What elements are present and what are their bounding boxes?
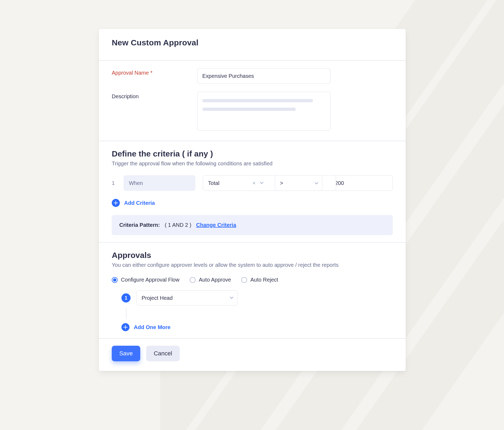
chevron-down-icon[interactable] — [315, 180, 318, 186]
placeholder-line — [202, 99, 313, 102]
criteria-when-label: When — [129, 180, 143, 186]
criteria-operator-value: > — [280, 180, 283, 186]
criteria-pattern-box: Criteria Pattern: ( 1 AND 2 ) Change Cri… — [112, 215, 393, 235]
level-connector — [126, 308, 127, 319]
approver-value: Project Head — [142, 295, 173, 301]
criteria-value-field — [330, 175, 393, 191]
description-textarea[interactable] — [197, 92, 330, 130]
chevron-down-icon[interactable] — [260, 182, 264, 184]
add-approver-row[interactable]: Add One More — [121, 323, 393, 331]
approvals-subtitle: You can either configure approver levels… — [112, 262, 393, 268]
radio-label: Auto Approve — [199, 277, 231, 283]
criteria-subtitle: Trigger the approval flow when the follo… — [112, 161, 393, 167]
radio-label: Configure Approval Flow — [121, 277, 179, 283]
criteria-title: Define the criteria ( if any ) — [112, 149, 393, 158]
approvals-title: Approvals — [112, 251, 393, 260]
approver-select[interactable]: Project Head — [136, 290, 237, 305]
basic-fields-section: Approval Name * Description — [99, 61, 406, 141]
chevron-down-icon[interactable] — [230, 297, 233, 299]
criteria-value-input[interactable] — [330, 175, 393, 191]
approval-name-input[interactable] — [197, 68, 330, 84]
radio-configure-flow[interactable]: Configure Approval Flow — [112, 277, 179, 283]
criteria-pattern-label: Criteria Pattern: — [119, 222, 160, 228]
page-title: New Custom Approval — [112, 38, 393, 47]
approvals-section: Approvals You can either configure appro… — [99, 243, 406, 338]
description-placeholder — [202, 99, 325, 111]
radio-auto-approve[interactable]: Auto Approve — [190, 277, 231, 283]
approver-level-badge: 1 — [121, 293, 131, 303]
approval-mode-radios: Configure Approval Flow Auto Approve Aut… — [112, 277, 393, 283]
add-criteria-row[interactable]: Add Criteria — [112, 199, 393, 207]
criteria-index: 1 — [112, 180, 116, 186]
change-criteria-link[interactable]: Change Criteria — [196, 222, 236, 228]
radio-auto-reject[interactable]: Auto Reject — [241, 277, 278, 283]
radio-dot — [241, 277, 247, 283]
approval-name-row: Approval Name * — [112, 68, 393, 84]
criteria-pattern-value: ( 1 AND 2 ) — [165, 222, 191, 228]
criteria-section: Define the criteria ( if any ) Trigger t… — [99, 141, 406, 242]
canvas: New Custom Approval Approval Name * Desc… — [0, 0, 504, 430]
plus-icon — [121, 323, 129, 331]
criteria-field-select[interactable]: × — [203, 175, 267, 191]
radio-label: Auto Reject — [250, 277, 278, 283]
add-approver-link: Add One More — [134, 324, 171, 330]
add-criteria-link: Add Criteria — [124, 200, 155, 206]
cancel-button[interactable]: Cancel — [146, 346, 179, 361]
description-label: Description — [112, 92, 190, 100]
approval-card: New Custom Approval Approval Name * Desc… — [99, 29, 406, 371]
clear-icon[interactable]: × — [253, 180, 256, 186]
approver-level-row: 1 Project Head — [121, 290, 393, 305]
approval-name-label: Approval Name * — [112, 68, 190, 76]
criteria-row: 1 When × > — [112, 175, 393, 191]
save-button[interactable]: Save — [112, 346, 140, 361]
description-row: Description — [112, 92, 393, 130]
criteria-when-chip[interactable]: When — [124, 175, 196, 191]
header-section: New Custom Approval — [99, 29, 406, 60]
radio-dot — [190, 277, 196, 283]
plus-icon — [112, 199, 120, 207]
radio-dot — [112, 277, 118, 283]
criteria-operator-select[interactable]: > — [275, 175, 322, 191]
placeholder-line — [202, 108, 296, 111]
footer: Save Cancel — [99, 339, 406, 371]
